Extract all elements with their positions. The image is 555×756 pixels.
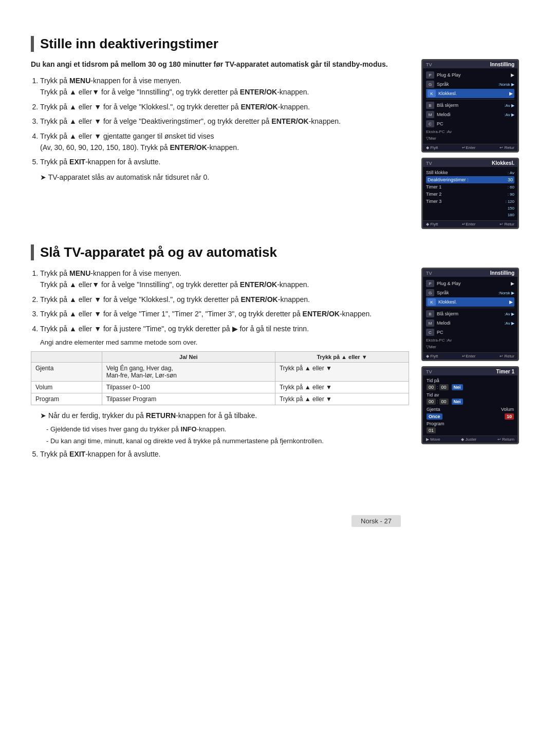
tv-nav-flytt-1: ◆ Flytt <box>426 145 438 150</box>
prog-val: 01 <box>427 427 436 433</box>
tid-av-display: 00 : 00 Nei <box>427 399 514 405</box>
tv-header-2: TV Klokkesl. <box>423 159 517 167</box>
tv-footer-2: ◆ Flytt ↵Enter ↩ Retur <box>423 220 517 228</box>
section1-screens: TV Innstilling P Plug & Play ▶ G Språk :… <box>421 59 524 229</box>
section1-title: Stille inn deaktiveringstimer <box>31 36 524 52</box>
klokkesl-icon: K <box>428 90 436 97</box>
step1-5: Trykk på EXIT-knappen for å avslutte. <box>40 156 409 167</box>
tv-menu-title-4: Timer 1 <box>496 369 514 374</box>
gjenta-volum-row: Gjenta Volum <box>427 407 514 412</box>
tv-row-klokkesl-2: K Klokkesl. ▶ <box>426 297 514 307</box>
section2-note1: Når du er ferdig, trykker du på RETURN-k… <box>40 410 409 421</box>
tv-screen-3: TV Innstilling P Plug & Play ▶ G Språk :… <box>421 268 519 361</box>
tv-body-4: Tid på 00 : 00 Nei Tid av 00 : 00 Nei <box>423 375 517 436</box>
volum-label: Volum <box>501 407 514 412</box>
tv-row-mer: ▽Mer <box>426 135 514 142</box>
cell-gjenta-label: Gjenta <box>31 362 102 381</box>
tv-nav-retur-3: ↩ Retur <box>499 354 514 358</box>
tv-row-150: 150 <box>426 205 514 212</box>
tv-footer-4: ▶ Move ◆ Juster ↩ Return <box>423 436 517 443</box>
tv-row-sprak: G Språk :Norsk ▶ <box>426 80 514 89</box>
tid-pa-nei: Nei <box>452 384 463 390</box>
tv-nav-enter-2: ↵Enter <box>462 222 475 226</box>
tv-nav-retur-1: ↩ Retur <box>499 145 514 150</box>
tv-nav-flytt-2: ◆ Flytt <box>426 222 438 226</box>
tv-row-timer2: Timer 2 : 90 <box>426 191 514 198</box>
tv-nav-flytt-3: ◆ Flytt <box>426 354 438 358</box>
cell-program-value: Tilpasser Program <box>102 393 275 405</box>
tv-row-sprak-2: G Språk :Norsk ▶ <box>426 288 514 297</box>
tv-footer-3: ◆ Flytt ↵Enter ↩ Retur <box>423 352 517 360</box>
plug-icon-2: P <box>426 280 434 287</box>
melodi-icon-2: M <box>426 319 434 327</box>
tv-row-still: Still klokke : Av <box>426 169 514 176</box>
step2-3: Trykk på ▲ eller ▼ for å velge "Timer 1"… <box>40 308 409 319</box>
tv-nav-juster: ◆ Juster <box>461 437 476 442</box>
section2-text: Trykk på MENU-knappen for å vise menyen.… <box>31 268 409 464</box>
tid-pa-display: 00 : 00 Nei <box>427 384 514 390</box>
tv-row-deakt: Deaktiveringstimer : 30 <box>426 176 514 183</box>
tv-row-180: 180 <box>426 212 514 218</box>
tv-menu-title-3: Innstilling <box>490 270 514 276</box>
tv-nav-return: ↩ Return <box>497 437 514 442</box>
tv-row-pc-2: C PC <box>426 328 514 337</box>
col-header-2: Ja/ Nei <box>102 351 275 362</box>
tv-header-1: TV Innstilling <box>423 61 517 68</box>
tv-row-timer1: Timer 1 : 60 <box>426 183 514 191</box>
tid-av-label: Tid av <box>427 392 514 398</box>
tv-screen-4: TV Timer 1 Tid på 00 : 00 Nei Tid av <box>421 366 519 444</box>
section1-intro: Du kan angi et tidsrom på mellom 30 og 1… <box>31 59 409 70</box>
prog-val-display: 01 <box>427 427 514 433</box>
tv-row-timer3: Timer 3 : 120 <box>426 198 514 205</box>
section1-steps: Trykk på MENU-knappen for å vise menyen.… <box>40 75 409 168</box>
plug-icon: P <box>426 71 434 79</box>
tv-nav-enter-3: ↵Enter <box>462 354 475 358</box>
tid-pa-m: 00 <box>439 384 449 390</box>
melodi-icon: M <box>426 111 434 118</box>
sprak-icon-2: G <box>426 289 434 296</box>
program-label-tv: Program <box>427 421 514 426</box>
timer-table: Ja/ Nei Trykk på ▲ eller ▼ Gjenta Velg É… <box>31 351 409 405</box>
section1-text: Du kan angi et tidsrom på mellom 30 og 1… <box>31 59 409 229</box>
step2-5: Trykk på EXIT-knappen for å avslutte. <box>40 448 409 460</box>
tv-header-3: TV Innstilling <box>423 269 517 277</box>
cell-volum-value: Tilpasser 0~100 <box>102 381 275 393</box>
tv-header-4: TV Timer 1 <box>423 368 517 375</box>
tv-body-2: Still klokke : Av Deaktiveringstimer : 3… <box>423 167 517 220</box>
tv-row-plug-2: P Plug & Play ▶ <box>426 279 514 288</box>
table-row-volum: Volum Tilpasser 0~100 Trykk på ▲ eller ▼ <box>31 381 409 393</box>
cell-gjenta-value: Velg Én gang, Hver dag,Man-fre, Man-lør,… <box>102 362 275 381</box>
step2-5-list: Trykk på EXIT-knappen for å avslutte. <box>40 448 409 460</box>
tid-pa-h: 00 <box>427 384 436 390</box>
cell-gjenta-action: Trykk på ▲ eller ▼ <box>275 362 409 381</box>
tv-row-pc: C PC <box>426 119 514 128</box>
tv-body-1: P Plug & Play ▶ G Språk :Norsk ▶ K Klokk… <box>423 68 517 144</box>
tv-row-mer-2: ▽Mer <box>426 344 514 350</box>
tv-label-1: TV <box>426 62 432 67</box>
cell-program-action: Trykk på ▲ eller ▼ <box>275 393 409 405</box>
section1-container: Du kan angi et tidsrom på mellom 30 og 1… <box>31 59 524 229</box>
col-header-3: Trykk på ▲ eller ▼ <box>275 351 409 362</box>
once-value: Once <box>427 413 442 420</box>
step1-3: Trykk på ▲ eller ▼ for å velge "Deaktive… <box>40 116 409 127</box>
tid-pa-label: Tid på <box>427 378 514 383</box>
tv-row-bla-2: B Blå skjerm :Av ▶ <box>426 309 514 318</box>
tv-nav-enter-1: ↵Enter <box>462 145 475 150</box>
cell-volum-action: Trykk på ▲ eller ▼ <box>275 381 409 393</box>
once-10-row: Once 10 <box>427 413 514 420</box>
step2-1: Trykk på MENU-knappen for å vise menyen.… <box>40 268 409 291</box>
tv-row-bla: B Blå skjerm :Av ▶ <box>426 101 514 110</box>
section2-steps: Trykk på MENU-knappen for å vise menyen.… <box>40 268 409 334</box>
table-row-gjenta: Gjenta Velg Én gang, Hver dag,Man-fre, M… <box>31 362 409 381</box>
step1-1: Trykk på MENU-knappen for å vise menyen.… <box>40 75 409 98</box>
tv-screen-2: TV Klokkesl. Still klokke : Av Deaktiver… <box>421 158 519 229</box>
cell-volum-label: Volum <box>31 381 102 393</box>
tv-footer-1: ◆ Flytt ↵Enter ↩ Retur <box>423 144 517 151</box>
step2-4: Trykk på ▲ eller ▼ for å justere "Time",… <box>40 323 409 334</box>
tid-av-h: 00 <box>427 399 436 405</box>
section2-screens: TV Innstilling P Plug & Play ▶ G Språk :… <box>421 268 524 464</box>
tv-label-4: TV <box>426 369 432 374</box>
tv-nav-retur-2: ↩ Retur <box>499 222 514 226</box>
gjenta-label: Gjenta <box>427 407 440 412</box>
klokkesl-icon-2: K <box>428 298 436 306</box>
